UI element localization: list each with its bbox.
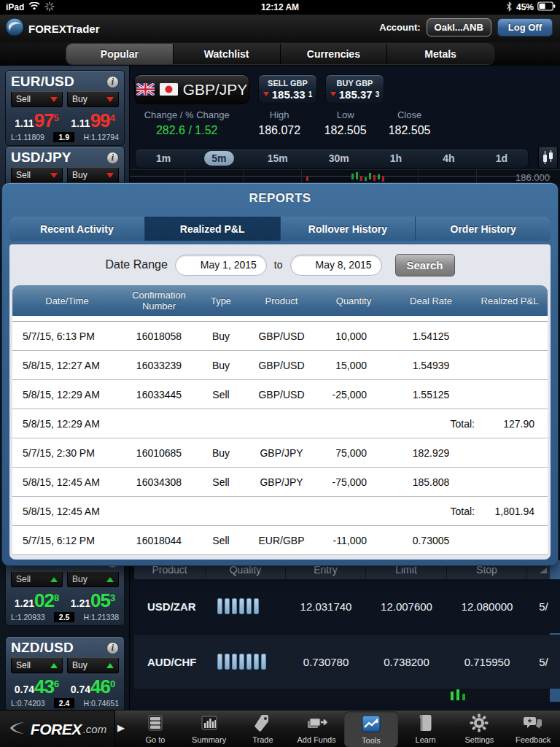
buy-label: BUY GBP [337,79,373,88]
toolbar-label: Summary [192,735,226,744]
order-row-usd-zar[interactable]: USD/ZAR 12.03174012.007600 12.0800005/ [134,579,560,633]
up-arrow-icon [106,577,114,582]
pair-selector-button[interactable]: GBP/JPY [134,74,249,104]
date-from-input[interactable]: May 1, 2015 [175,255,267,276]
report-row[interactable]: 5/7/15, 6:13 PM16018058 BuyGBP/USD 10,00… [12,322,548,351]
quote-card-nzd-usd[interactable]: NZD/USD i Sell Buy 0.74436 0.74460 L:0.7… [5,636,125,712]
reports-tabs: Recent ActivityRealized P&LRollover Hist… [9,217,551,241]
tab-metals[interactable]: Metals [387,44,494,64]
timeframe-1h[interactable]: 1h [383,151,409,166]
report-row[interactable]: 5/7/15, 2:30 PM16010685 BuyGBP/JPY 75,00… [12,438,548,468]
buy-button[interactable]: Buy [67,657,119,673]
forextrader-app: iPad 12:12 AM 45% FOREXTrader Account: [0,0,560,747]
tab-watchlist[interactable]: Watchlist [174,44,281,64]
col-header-deal-rate[interactable]: Deal Rate [390,295,472,306]
col-header-product[interactable]: Product [246,295,317,306]
toolbar-label: Trade [252,735,273,744]
report-row[interactable]: 5/8/15, 12:29 AM16033445 SellGBP/USD -25… [12,380,548,409]
sell-price-button[interactable]: SELL GBP 185.331 [258,74,317,104]
timeframe-1d[interactable]: 1d [489,151,515,166]
buy-price: 1.21053 [67,588,119,610]
pair-title: EUR/USD [11,74,74,90]
toolbar-feedback[interactable]: Feedback [506,711,560,747]
info-icon[interactable]: i [106,642,119,654]
buy-button[interactable]: Buy [67,91,119,107]
brand-name: FOREX [31,721,82,738]
timeframe-30m[interactable]: 30m [322,151,357,166]
report-total-row: 5/8/15, 12:29 AM Total:127.90 [12,409,548,438]
sell-button[interactable]: Sell [11,91,63,107]
sell-price-pip: 1 [308,90,313,98]
timeframe-4h[interactable]: 4h [435,151,462,166]
info-icon[interactable]: i [106,152,119,164]
toolbar-label: Go to [145,735,165,744]
toolbar-label: Learn [416,735,436,744]
report-row[interactable]: 5/7/15, 6:12 PM16018044 SellEUR/GBP -11,… [12,526,548,555]
buy-price-pip: 3 [376,90,380,98]
price-chart[interactable]: 186.000 [130,169,560,182]
report-tab-realized-p-l[interactable]: Realized P&L [145,217,281,241]
search-button[interactable]: Search [395,254,455,276]
toolbar-settings[interactable]: Settings [453,711,507,747]
chart-type-button[interactable] [538,146,558,169]
report-row[interactable]: 5/8/15, 12:45 AM16034308 SellGBP/JPY -75… [12,468,548,497]
brand-suffix: .com [83,723,107,735]
sell-button[interactable]: Sell [11,167,63,183]
toolbar-label: Settings [465,735,494,744]
low-value: L:0.74203 [11,699,45,708]
bluetooth-icon [506,1,513,14]
timeframe-15m[interactable]: 15m [260,151,295,166]
toolbar-label: Tools [362,736,381,745]
report-tab-order-history[interactable]: Order History [416,217,551,241]
logoff-button[interactable]: Log Off [497,18,553,36]
order-row-aud-chf[interactable]: AUD/CHF 0.7307800.738200 0.7159505/ [134,635,560,689]
tab-popular[interactable]: Popular [66,44,174,64]
col-header-realized-p-l[interactable]: Realized P&L [472,295,548,306]
toolbar-add-funds[interactable]: Add Funds [289,711,343,747]
report-table-header: Date/TimeConfirmation NumberTypeProductQ… [12,285,548,316]
quote-card-eur-usd[interactable]: EUR/USD i Sell Buy 1.11975 1.11994 L:1.1… [5,70,125,146]
sell-button[interactable]: Sell [11,657,63,673]
toolbar-tools[interactable]: Tools [344,711,398,747]
toolbar-summary[interactable]: Summary [182,711,236,747]
forex-com-logo: FOREX .com [0,711,115,747]
timeframe-1m[interactable]: 1m [149,151,178,166]
forex-swoosh-icon [8,721,27,738]
report-tab-recent-activity[interactable]: Recent Activity [9,217,145,241]
account-button[interactable]: Oakl...ANB [427,18,491,36]
top-tabs-row: PopularWatchlistCurrenciesMetals [0,42,560,66]
top-tabs: PopularWatchlistCurrenciesMetals [66,43,494,65]
sell-button[interactable]: Sell [11,571,63,587]
reports-modal: REPORTS Recent ActivityRealized P&LRollo… [1,182,559,566]
report-tab-rollover-history[interactable]: Rollover History [281,217,416,241]
col-header-confirmation-number[interactable]: Confirmation Number [122,290,196,311]
col-header-date-time[interactable]: Date/Time [12,295,122,306]
settings-icon [469,713,489,736]
up-arrow-icon [50,663,58,668]
timeframe-bar: 1m5m15m30m1h4h1d [135,148,529,169]
toolbar-trade[interactable]: Trade [236,711,290,747]
toolbar-expand-arrow[interactable]: ▶ [117,722,125,733]
col-header-quantity[interactable]: Quantity [317,295,390,306]
toolbar-learn[interactable]: Learn [399,711,453,747]
low-value: L:1.20933 [11,613,45,622]
down-arrow-icon [106,97,114,102]
buy-button[interactable]: Buy [67,571,119,587]
summary-icon [199,713,219,736]
buy-button[interactable]: Buy [67,167,119,183]
info-icon[interactable]: i [106,76,119,88]
tab-currencies[interactable]: Currencies [281,44,388,64]
toolbar-go-to[interactable]: Go to [128,711,182,747]
timeframe-5m[interactable]: 5m [204,151,233,166]
quote-stats: Change / % Change282.6 / 1.52 High186.07… [130,109,443,137]
goto-icon [145,713,166,736]
date-to-input[interactable]: May 8, 2015 [290,255,382,276]
up-arrow-icon [50,577,58,582]
status-bar: iPad 12:12 AM 45% [0,0,560,15]
buy-price-button[interactable]: BUY GBP 185.373 [325,74,384,104]
report-row[interactable]: 5/8/15, 12:27 AM16033239 BuyGBP/USD 15,0… [12,351,548,380]
sell-price: 1.11975 [11,108,63,130]
col-header-type[interactable]: Type [196,295,246,306]
pair-title: NZD/USD [11,640,74,656]
app-header: FOREXTrader Account: Oakl...ANB Log Off [0,15,560,42]
